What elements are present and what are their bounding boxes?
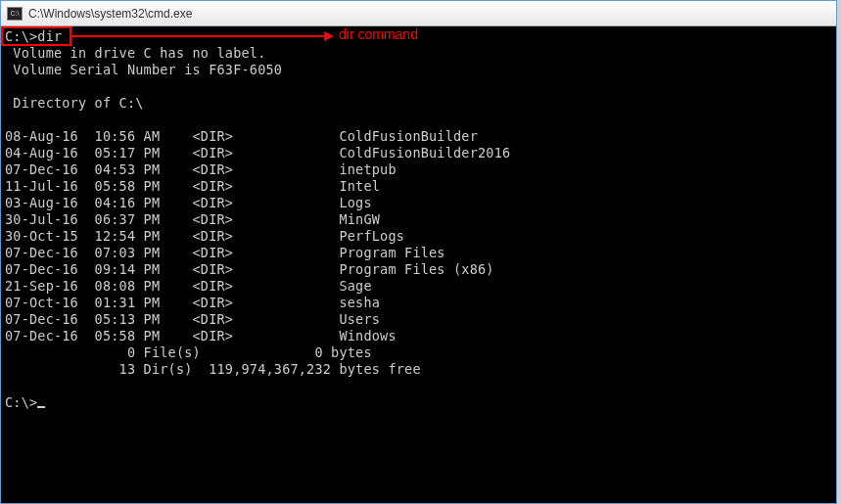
serial-line: Volume Serial Number is F63F-6050	[5, 62, 282, 77]
cmd-window: C:\ C:\Windows\system32\cmd.exe C:\>dir …	[0, 0, 837, 504]
dirs-summary: 13 Dir(s) 119,974,367,232 bytes free	[5, 361, 421, 377]
directory-of-line: Directory of C:\	[5, 95, 144, 111]
arrow-line	[71, 35, 324, 37]
window-title: C:\Windows\system32\cmd.exe	[28, 7, 192, 21]
files-summary: 0 File(s) 0 bytes	[5, 344, 372, 360]
prompt-line-1: C:\>dir	[5, 28, 62, 44]
arrow-head-icon	[324, 31, 334, 41]
volume-line: Volume in drive C has no label.	[5, 45, 266, 61]
titlebar[interactable]: C:\ C:\Windows\system32\cmd.exe	[1, 1, 836, 26]
cursor	[37, 406, 45, 408]
terminal-area[interactable]: C:\>dir Volume in drive C has no label. …	[1, 26, 836, 503]
cmd-icon: C:\	[7, 7, 23, 21]
prompt-line-2: C:\>	[5, 394, 37, 410]
annotation-label: dir command	[339, 26, 418, 42]
directory-listing: 08-Aug-16 10:56 AM <DIR> ColdFusionBuild…	[5, 128, 832, 344]
